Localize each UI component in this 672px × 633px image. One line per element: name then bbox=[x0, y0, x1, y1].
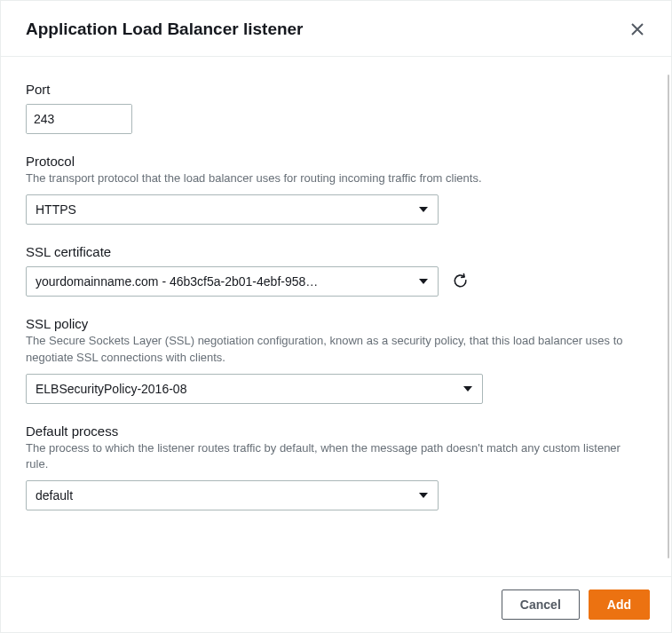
caret-down-icon bbox=[418, 492, 429, 499]
ssl-certificate-select-value: yourdomainname.com - 46b3cf5a-2b01-4ebf-… bbox=[36, 274, 318, 289]
protocol-field-group: Protocol The transport protocol that the… bbox=[26, 154, 641, 225]
ssl-policy-select-value: ELBSecurityPolicy-2016-08 bbox=[36, 382, 186, 396]
close-icon bbox=[631, 23, 644, 36]
default-process-label: Default process bbox=[26, 423, 641, 439]
cancel-button[interactable]: Cancel bbox=[502, 589, 580, 620]
default-process-select-value: default bbox=[36, 488, 73, 502]
ssl-certificate-field-group: SSL certificate yourdomainname.com - 46b… bbox=[26, 244, 641, 297]
port-input-wrapper bbox=[26, 104, 132, 134]
ssl-policy-field-group: SSL policy The Secure Sockets Layer (SSL… bbox=[26, 316, 641, 404]
refresh-certificates-button[interactable] bbox=[449, 271, 470, 292]
ssl-policy-label: SSL policy bbox=[26, 316, 641, 331]
ssl-policy-select[interactable]: ELBSecurityPolicy-2016-08 bbox=[26, 374, 483, 404]
default-process-description: The process to which the listener routes… bbox=[26, 440, 641, 474]
default-process-select[interactable]: default bbox=[26, 480, 439, 510]
modal-body: Port Protocol The transport protocol bbox=[1, 57, 671, 576]
protocol-select-value: HTTPS bbox=[36, 202, 76, 217]
alb-listener-modal: Application Load Balancer listener Port bbox=[0, 0, 672, 633]
port-input[interactable] bbox=[27, 105, 132, 133]
ssl-certificate-label: SSL certificate bbox=[26, 244, 641, 259]
port-label: Port bbox=[26, 82, 641, 97]
protocol-label: Protocol bbox=[26, 154, 641, 169]
modal-title: Application Load Balancer listener bbox=[26, 20, 304, 39]
protocol-description: The transport protocol that the load bal… bbox=[26, 170, 641, 187]
default-process-field-group: Default process The process to which the… bbox=[26, 423, 641, 511]
add-button[interactable]: Add bbox=[589, 589, 650, 620]
close-button[interactable] bbox=[625, 17, 650, 42]
modal-footer: Cancel Add bbox=[1, 576, 671, 632]
ssl-policy-description: The Secure Sockets Layer (SSL) negotiati… bbox=[26, 333, 641, 367]
caret-down-icon bbox=[462, 385, 473, 392]
ssl-certificate-select[interactable]: yourdomainname.com - 46b3cf5a-2b01-4ebf-… bbox=[26, 266, 439, 297]
port-field-group: Port bbox=[26, 82, 641, 134]
modal-header: Application Load Balancer listener bbox=[1, 1, 671, 57]
protocol-select[interactable]: HTTPS bbox=[26, 194, 439, 225]
ssl-certificate-row: yourdomainname.com - 46b3cf5a-2b01-4ebf-… bbox=[26, 266, 641, 297]
refresh-icon bbox=[452, 273, 469, 289]
caret-down-icon bbox=[418, 278, 429, 285]
caret-down-icon bbox=[418, 206, 429, 213]
